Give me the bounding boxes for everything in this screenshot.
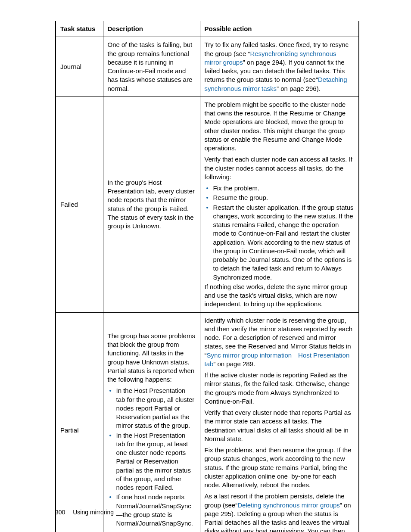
text: The problem might be specific to the clu…: [205, 100, 355, 153]
action-cell: Try to fix any failed tasks. Once fixed,…: [200, 37, 359, 97]
link-deleting-groups[interactable]: Deleting synchronous mirror groups: [237, 501, 340, 509]
list-item: In the Host Presentation tab for the gro…: [115, 431, 196, 492]
col-header-description: Description: [103, 21, 200, 37]
text: Verify that each cluster node can access…: [205, 155, 355, 181]
table-row-journal: Journal One of the tasks is failing, but…: [56, 37, 359, 97]
text: Verify that every cluster node that repo…: [205, 408, 355, 443]
action-cell: Identify which cluster node is reserving…: [200, 312, 359, 532]
list-item: In the Host Presentation tab for the gro…: [115, 386, 196, 430]
col-header-status: Task status: [56, 21, 103, 37]
text: If the active cluster node is reporting …: [205, 371, 355, 406]
bullet-list: Fix the problem. Resume the group. Resta…: [205, 184, 355, 282]
action-cell: The problem might be specific to the clu…: [200, 96, 359, 312]
status-cell: Failed: [56, 96, 103, 312]
text: Fix the problems, and then resume the gr…: [205, 446, 355, 489]
page-footer: 300 Using mirroring: [55, 508, 114, 516]
bullet-list: In the Host Presentation tab for the gro…: [108, 386, 196, 528]
text: ” on page 296).: [277, 85, 321, 92]
text: ” on page 289.: [213, 360, 255, 367]
text: If nothing else works, delete the sync m…: [205, 283, 355, 309]
table-row-partial: Partial The group has some problems that…: [56, 312, 359, 532]
description-cell: In the group's Host Presentation tab, ev…: [103, 96, 200, 312]
text: The group has some problems that block t…: [108, 332, 196, 384]
description-cell: The group has some problems that block t…: [103, 312, 200, 532]
section-title: Using mirroring: [73, 509, 114, 516]
col-header-action: Possible action: [200, 21, 359, 37]
status-cell: Journal: [56, 37, 103, 97]
page-number: 300: [55, 509, 65, 516]
list-item: Fix the problem.: [212, 184, 355, 193]
table-row-failed: Failed In the group's Host Presentation …: [56, 96, 359, 312]
list-item: Restart the cluster application. If the …: [212, 203, 355, 282]
description-cell: One of the tasks is failing, but the gro…: [103, 37, 200, 97]
list-item: Resume the group.: [212, 193, 355, 202]
status-table: Task status Description Possible action …: [55, 21, 359, 532]
status-cell: Partial: [56, 312, 103, 532]
list-item: If one host node reports Normal/Journal/…: [115, 493, 196, 528]
table-header-row: Task status Description Possible action: [56, 21, 359, 37]
